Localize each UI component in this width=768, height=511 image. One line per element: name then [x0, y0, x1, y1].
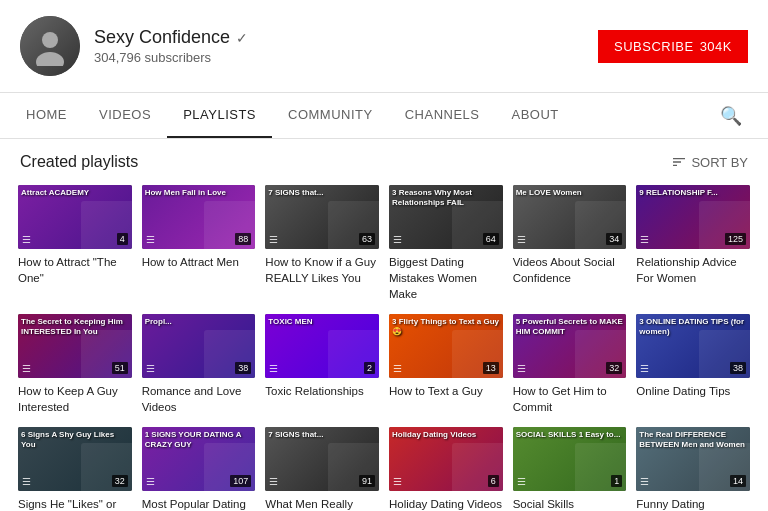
playlist-thumbnail: 1 SIGNS YOUR DATING A CRAZY GUY 107 ☰ — [142, 427, 256, 491]
avatar-image — [30, 26, 70, 66]
list-item[interactable]: How Men Fall in Love 88 ☰ How to Attract… — [142, 185, 256, 302]
video-count: 51 — [112, 362, 128, 374]
thumbnail-text: TOXIC MEN — [265, 314, 379, 330]
list-item[interactable]: Holiday Dating Videos 6 ☰ Holiday Dating… — [389, 427, 503, 511]
playlist-title: Social Skills — [513, 496, 627, 511]
playlist-title: Signs He "Likes" or Loves You — [18, 496, 132, 511]
playlist-queue-icon: ☰ — [393, 234, 402, 245]
list-item[interactable]: The Real DIFFERENCE BETWEEN Men and Wome… — [636, 427, 750, 511]
playlist-title: How to Keep A Guy Interested — [18, 383, 132, 415]
playlist-thumbnail: SOCIAL SKILLS 1 Easy to... 1 ☰ — [513, 427, 627, 491]
thumbnail-bg: Holiday Dating Videos — [389, 427, 503, 491]
playlist-queue-icon: ☰ — [22, 363, 31, 374]
playlist-title: Romance and Love Videos — [142, 383, 256, 415]
thumbnail-bg: TOXIC MEN — [265, 314, 379, 378]
playlists-grid: Attract ACADEMY 4 ☰ How to Attract "The … — [0, 179, 768, 511]
playlist-queue-icon: ☰ — [269, 234, 278, 245]
video-count: 63 — [359, 233, 375, 245]
list-item[interactable]: 3 Reasons Why Most Relationships FAIL 64… — [389, 185, 503, 302]
subscribe-button[interactable]: SUBSCRIBE 304K — [598, 30, 748, 63]
list-item[interactable]: Attract ACADEMY 4 ☰ How to Attract "The … — [18, 185, 132, 302]
video-count: 1 — [611, 475, 622, 487]
playlist-title: How to Know if a Guy REALLY Likes You — [265, 254, 379, 286]
video-count: 125 — [725, 233, 746, 245]
video-count: 91 — [359, 475, 375, 487]
tab-home[interactable]: HOME — [10, 93, 83, 138]
playlist-title: Videos About Social Confidence — [513, 254, 627, 286]
video-count: 32 — [606, 362, 622, 374]
subscribe-count: 304K — [700, 39, 732, 54]
subscriber-count: 304,796 subscribers — [94, 50, 598, 65]
playlist-thumbnail: How Men Fall in Love 88 ☰ — [142, 185, 256, 249]
playlist-queue-icon: ☰ — [640, 363, 649, 374]
playlist-queue-icon: ☰ — [640, 234, 649, 245]
list-item[interactable]: 9 RELATIONSHIP F... 125 ☰ Relationship A… — [636, 185, 750, 302]
playlist-queue-icon: ☰ — [22, 476, 31, 487]
sort-by-button[interactable]: SORT BY — [671, 154, 748, 170]
playlist-title: Funny Dating Sketches — [636, 496, 750, 511]
playlist-thumbnail: TOXIC MEN 2 ☰ — [265, 314, 379, 378]
thumbnail-text: SOCIAL SKILLS 1 Easy to... — [513, 427, 627, 443]
playlist-thumbnail: 7 SIGNS that... 63 ☰ — [265, 185, 379, 249]
list-item[interactable]: 7 SIGNS that... 91 ☰ What Men Really Wan… — [265, 427, 379, 511]
playlist-title: What Men Really Want in a Woman — [265, 496, 379, 511]
tab-playlists[interactable]: PLAYLISTS — [167, 93, 272, 138]
playlist-title: Toxic Relationships — [265, 383, 379, 399]
list-item[interactable]: 1 SIGNS YOUR DATING A CRAZY GUY 107 ☰ Mo… — [142, 427, 256, 511]
tab-channels[interactable]: CHANNELS — [389, 93, 496, 138]
playlist-title: How to Text a Guy — [389, 383, 503, 399]
list-item[interactable]: TOXIC MEN 2 ☰ Toxic Relationships — [265, 314, 379, 415]
playlist-thumbnail: 3 Flirty Things to Text a Guy 😍 13 ☰ — [389, 314, 503, 378]
playlist-thumbnail: 5 Powerful Secrets to MAKE HIM COMMIT 32… — [513, 314, 627, 378]
thumbnail-bg: SOCIAL SKILLS 1 Easy to... — [513, 427, 627, 491]
playlist-thumbnail: 9 RELATIONSHIP F... 125 ☰ — [636, 185, 750, 249]
list-item[interactable]: 7 SIGNS that... 63 ☰ How to Know if a Gu… — [265, 185, 379, 302]
thumbnail-text: How Men Fall in Love — [142, 185, 256, 201]
list-item[interactable]: 3 Flirty Things to Text a Guy 😍 13 ☰ How… — [389, 314, 503, 415]
search-icon[interactable]: 🔍 — [704, 95, 758, 137]
tab-videos[interactable]: VIDEOS — [83, 93, 167, 138]
video-count: 64 — [483, 233, 499, 245]
list-item[interactable]: Propl... 38 ☰ Romance and Love Videos — [142, 314, 256, 415]
video-count: 2 — [364, 362, 375, 374]
list-item[interactable]: 6 Signs A Shy Guy Likes You 32 ☰ Signs H… — [18, 427, 132, 511]
list-item[interactable]: 5 Powerful Secrets to MAKE HIM COMMIT 32… — [513, 314, 627, 415]
svg-point-1 — [36, 52, 64, 66]
sort-icon — [671, 154, 687, 170]
playlist-queue-icon: ☰ — [146, 363, 155, 374]
playlist-queue-icon: ☰ — [640, 476, 649, 487]
thumbnail-text: Me LOVE Women — [513, 185, 627, 201]
playlist-queue-icon: ☰ — [517, 234, 526, 245]
thumbnail-text: Propl... — [142, 314, 256, 330]
playlist-title: Biggest Dating Mistakes Women Make — [389, 254, 503, 302]
playlist-thumbnail: The Real DIFFERENCE BETWEEN Men and Wome… — [636, 427, 750, 491]
video-count: 34 — [606, 233, 622, 245]
tab-about[interactable]: ABOUT — [496, 93, 575, 138]
svg-point-0 — [42, 32, 58, 48]
list-item[interactable]: Me LOVE Women 34 ☰ Videos About Social C… — [513, 185, 627, 302]
playlist-queue-icon: ☰ — [517, 476, 526, 487]
list-item[interactable]: 3 ONLINE DATING TIPS (for women) 38 ☰ On… — [636, 314, 750, 415]
channel-name: Sexy Confidence ✓ — [94, 27, 598, 48]
playlist-title: How to Attract "The One" — [18, 254, 132, 286]
verified-icon: ✓ — [236, 30, 248, 46]
video-count: 14 — [730, 475, 746, 487]
video-count: 38 — [235, 362, 251, 374]
tab-community[interactable]: COMMUNITY — [272, 93, 389, 138]
playlist-queue-icon: ☰ — [269, 476, 278, 487]
thumbnail-text: 9 RELATIONSHIP F... — [636, 185, 750, 201]
playlist-queue-icon: ☰ — [393, 363, 402, 374]
playlist-thumbnail: 3 Reasons Why Most Relationships FAIL 64… — [389, 185, 503, 249]
sort-label: SORT BY — [691, 155, 748, 170]
playlist-queue-icon: ☰ — [22, 234, 31, 245]
channel-nav: HOME VIDEOS PLAYLISTS COMMUNITY CHANNELS… — [0, 93, 768, 139]
list-item[interactable]: The Secret to Keeping Him INTERESTED In … — [18, 314, 132, 415]
playlist-thumbnail: Holiday Dating Videos 6 ☰ — [389, 427, 503, 491]
playlist-thumbnail: Attract ACADEMY 4 ☰ — [18, 185, 132, 249]
playlist-thumbnail: 3 ONLINE DATING TIPS (for women) 38 ☰ — [636, 314, 750, 378]
video-count: 6 — [488, 475, 499, 487]
video-count: 107 — [230, 475, 251, 487]
playlist-title: Online Dating Tips — [636, 383, 750, 399]
list-item[interactable]: SOCIAL SKILLS 1 Easy to... 1 ☰ Social Sk… — [513, 427, 627, 511]
channel-info: Sexy Confidence ✓ 304,796 subscribers — [94, 27, 598, 65]
